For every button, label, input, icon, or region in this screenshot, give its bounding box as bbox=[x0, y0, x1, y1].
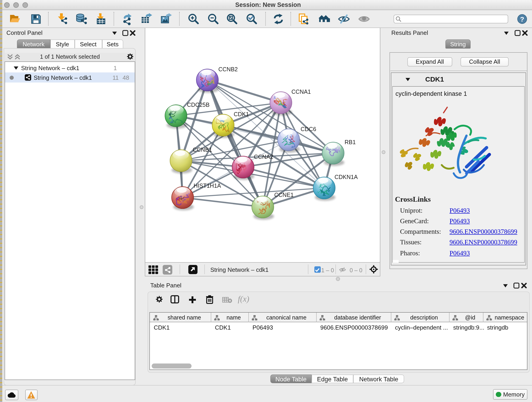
svg-text:CCNE1: CCNE1 bbox=[274, 191, 294, 198]
svg-text:CDC25B: CDC25B bbox=[187, 102, 210, 108]
svg-text:CCNA2: CCNA2 bbox=[254, 153, 273, 160]
svg-text:RB1: RB1 bbox=[345, 139, 356, 145]
svg-text:CDK1: CDK1 bbox=[234, 111, 249, 117]
svg-text:CCNB2: CCNB2 bbox=[218, 66, 238, 72]
svg-text:CCNB1: CCNB1 bbox=[193, 147, 212, 153]
svg-text:CCNA1: CCNA1 bbox=[291, 89, 311, 95]
svg-text:CDC6: CDC6 bbox=[301, 126, 316, 132]
svg-text:HIST1H1A: HIST1H1A bbox=[194, 182, 221, 189]
svg-text:CDKN1A: CDKN1A bbox=[335, 174, 358, 180]
